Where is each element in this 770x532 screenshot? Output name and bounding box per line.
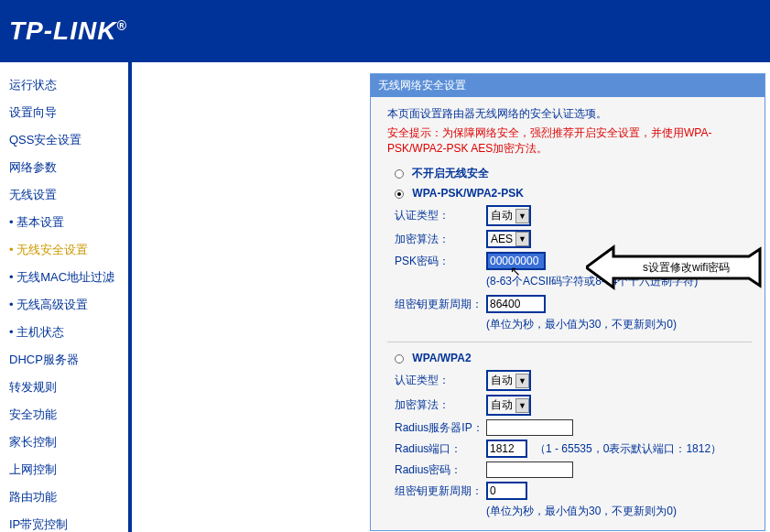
psk-hint: (8-63个ACSII码字符或8-64个十六进制字符)	[486, 274, 752, 289]
gk2-hint: (单位为秒，最小值为30，不更新则为0)	[486, 504, 752, 519]
radio-icon	[395, 354, 404, 364]
separator	[387, 342, 752, 342]
enc2-select[interactable]: 自动▼	[486, 395, 531, 416]
psk-password-label: PSK密码：	[395, 254, 486, 269]
radio-disable-label: 不开启无线安全	[412, 167, 489, 179]
chevron-down-icon: ▼	[515, 374, 529, 388]
sidebar-item-network[interactable]: 网络参数	[0, 154, 128, 181]
radius-pw-label: Radius密码：	[395, 462, 486, 478]
sidebar-item-wizard[interactable]: 设置向导	[0, 99, 128, 126]
auth-type-label: 认证类型：	[395, 208, 486, 223]
radio-wpa[interactable]: WPA/WPA2	[395, 352, 752, 364]
enc2-label: 加密算法：	[395, 397, 486, 413]
radius-port-hint: （1 - 65535，0表示默认端口：1812）	[535, 441, 721, 457]
auth2-select[interactable]: 自动▼	[486, 370, 531, 391]
radio-wpapsk[interactable]: WPA-PSK/WPA2-PSK	[395, 187, 752, 200]
intro-text: 本页面设置路由器无线网络的安全认证选项。	[387, 106, 752, 122]
sidebar-item-routing[interactable]: 路由功能	[0, 483, 128, 511]
radio-icon-checked	[395, 190, 404, 199]
radius-pw-input[interactable]	[486, 461, 573, 478]
enc-alg-select[interactable]: AES▼	[486, 230, 531, 248]
radius-ip-input[interactable]	[486, 419, 573, 436]
settings-panel: 无线网络安全设置 本页面设置路由器无线网络的安全认证选项。 安全提示：为保障网络…	[370, 73, 765, 531]
group-key-label: 组密钥更新周期：	[395, 297, 486, 312]
radio-wpa-label: WPA/WPA2	[412, 352, 471, 364]
sidebar-item-advanced[interactable]: 无线高级设置	[0, 291, 128, 319]
sidebar-item-bandwidth[interactable]: IP带宽控制	[0, 511, 128, 532]
chevron-down-icon: ▼	[515, 209, 529, 223]
sidebar-item-access[interactable]: 上网控制	[0, 456, 128, 483]
group-key-input[interactable]	[486, 295, 546, 313]
header: TP-LINK®	[0, 0, 770, 62]
sidebar-item-security[interactable]: 无线安全设置	[0, 236, 128, 264]
sidebar-item-qss[interactable]: QSS安全设置	[0, 126, 128, 154]
sidebar: 运行状态 设置向导 QSS安全设置 网络参数 无线设置 基本设置 无线安全设置 …	[0, 62, 128, 532]
chevron-down-icon: ▼	[515, 232, 529, 246]
auth2-label: 认证类型：	[395, 373, 486, 388]
auth-type-select[interactable]: 自动▼	[486, 205, 531, 226]
sidebar-item-macfilter[interactable]: 无线MAC地址过滤	[0, 264, 128, 291]
sidebar-item-hoststatus[interactable]: 主机状态	[0, 319, 128, 346]
gk2-label: 组密钥更新周期：	[395, 483, 486, 499]
radio-icon	[395, 169, 404, 179]
radius-ip-label: Radius服务器IP：	[395, 420, 486, 436]
panel-title: 无线网络安全设置	[371, 74, 765, 97]
sidebar-item-forward[interactable]: 转发规则	[0, 374, 128, 401]
group-key-hint: (单位为秒，最小值为30，不更新则为0)	[486, 317, 752, 332]
sidebar-item-status[interactable]: 运行状态	[0, 71, 128, 99]
radio-disable-security[interactable]: 不开启无线安全	[395, 166, 752, 181]
main-content: 无线网络安全设置 本页面设置路由器无线网络的安全认证选项。 安全提示：为保障网络…	[132, 62, 770, 532]
gk2-input[interactable]	[486, 482, 527, 500]
logo: TP-LINK®	[9, 16, 127, 46]
chevron-down-icon: ▼	[515, 398, 529, 413]
radius-port-label: Radius端口：	[395, 441, 486, 457]
sidebar-item-securityfn[interactable]: 安全功能	[0, 401, 128, 429]
sidebar-item-basic[interactable]: 基本设置	[0, 209, 128, 236]
psk-password-input[interactable]	[486, 252, 546, 270]
warning-text: 安全提示：为保障网络安全，强烈推荐开启安全设置，并使用WPA-PSK/WPA2-…	[387, 125, 752, 157]
sidebar-item-parent[interactable]: 家长控制	[0, 429, 128, 456]
enc-alg-label: 加密算法：	[395, 232, 486, 247]
sidebar-item-wireless[interactable]: 无线设置	[0, 181, 128, 209]
radio-wpapsk-label: WPA-PSK/WPA2-PSK	[412, 187, 524, 200]
radius-port-input[interactable]	[486, 440, 527, 458]
sidebar-item-dhcp[interactable]: DHCP服务器	[0, 346, 128, 374]
